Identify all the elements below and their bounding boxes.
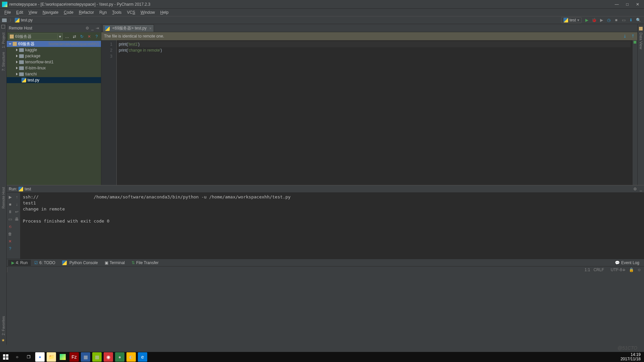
taskbar-app[interactable]: ◐ — [126, 352, 136, 362]
star-icon[interactable]: ★ — [1, 338, 5, 343]
cortana-button[interactable]: ○ — [11, 352, 23, 362]
taskbar-app[interactable]: ● — [115, 352, 124, 362]
update-button[interactable]: ⬇ — [628, 17, 634, 23]
stop-button[interactable]: ■ — [613, 17, 619, 23]
expand-icon[interactable] — [16, 61, 18, 63]
down-button[interactable]: ↓ — [14, 201, 20, 207]
close-button[interactable]: ✕ — [7, 238, 13, 244]
exit-button[interactable]: ⎋ — [7, 224, 13, 230]
layout-button[interactable]: ▭ — [621, 17, 627, 23]
menu-navigate[interactable]: Navigate — [40, 9, 61, 15]
tree-folder[interactable]: tianchi — [7, 71, 101, 77]
breadcrumb-file[interactable]: test.py — [21, 18, 33, 22]
expand-icon[interactable] — [16, 55, 18, 57]
taskbar-clock[interactable]: 14:19 2017/11/18 — [617, 353, 644, 361]
diff-tool-icon[interactable]: ⇄ — [71, 34, 77, 39]
up-button[interactable]: ↑ — [14, 194, 20, 200]
server-selector[interactable]: 69服务器 ▾ — [8, 33, 63, 40]
tab-run[interactable]: ▶4: Run — [8, 260, 31, 266]
code-text[interactable]: print('test1')print('change in remote') — [117, 40, 633, 185]
menu-help[interactable]: Help — [158, 9, 171, 15]
tree-folder[interactable]: tf-lstm-linux — [7, 65, 101, 71]
layout-button[interactable]: ▭ — [7, 216, 13, 222]
panel-settings-icon[interactable]: ⚙ — [633, 187, 637, 191]
taskbar-app[interactable]: ◉ — [104, 352, 113, 362]
menu-tools[interactable]: Tools — [110, 9, 124, 15]
panel-hide-icon[interactable]: ⎯ — [91, 26, 94, 31]
project-tool-label[interactable]: 1: Project — [1, 33, 5, 48]
tree-folder[interactable]: package — [7, 53, 101, 59]
tab-close-icon[interactable]: × — [149, 26, 152, 31]
tab-todo[interactable]: ☑6: TODO — [31, 260, 59, 266]
panel-collapse-icon[interactable]: ⇥ — [96, 26, 99, 31]
panel-settings-icon[interactable]: ⚙ — [86, 26, 89, 31]
pause-button[interactable]: ⏸ — [7, 209, 13, 215]
menu-code[interactable]: Code — [61, 9, 76, 15]
dots-tool-icon[interactable]: … — [64, 34, 70, 39]
inspections-icon[interactable]: ☺ — [637, 267, 641, 272]
menu-run[interactable]: Run — [97, 9, 109, 15]
taskbar-explorer[interactable]: 📁 — [47, 352, 56, 362]
taskbar-chrome[interactable]: ● — [35, 352, 45, 362]
softwrap-button[interactable]: ↩ — [14, 209, 20, 215]
tree-file-selected[interactable]: test.py — [7, 77, 101, 83]
editor-tab[interactable]: <69服务器> test.py × — [103, 24, 154, 32]
editor-scroll[interactable] — [633, 40, 637, 185]
start-button[interactable] — [0, 352, 11, 362]
taskview-button[interactable]: ❐ — [23, 352, 34, 362]
menu-view[interactable]: View — [26, 9, 40, 15]
taskbar-edge[interactable]: e — [138, 352, 147, 362]
expand-icon[interactable] — [9, 43, 11, 45]
debug-button[interactable]: 🐞 — [591, 17, 597, 23]
run-button[interactable]: ▶ — [584, 17, 590, 23]
menu-refactor[interactable]: Refactor — [76, 9, 96, 15]
profile-button[interactable]: ◷ — [606, 17, 612, 23]
structure-tool-label[interactable]: 7: Structure — [1, 52, 5, 71]
help-icon[interactable]: ? — [94, 34, 100, 39]
maximize-button[interactable]: □ — [626, 2, 629, 7]
line-separator[interactable]: CRLF — [593, 267, 604, 272]
tree-folder[interactable]: kaggle — [7, 47, 101, 53]
caret-position[interactable]: 1:1 — [585, 267, 590, 272]
upload-icon[interactable]: ⤒ — [631, 34, 635, 39]
tab-python-console[interactable]: Python Console — [59, 260, 101, 266]
dataview-tool-label[interactable]: Data View — [639, 33, 643, 49]
trash-button[interactable]: 🗑 — [7, 231, 13, 237]
menu-edit[interactable]: Edit — [14, 9, 25, 15]
minimize-button[interactable]: — — [615, 2, 619, 7]
tab-terminal[interactable]: ▣Terminal — [101, 260, 128, 266]
taskbar-app[interactable]: ▦ — [92, 352, 102, 362]
favorites-tool-label[interactable]: 2: Favorites — [1, 316, 5, 335]
expand-icon[interactable] — [16, 49, 18, 51]
menu-vcs[interactable]: VCS — [124, 9, 138, 15]
print-button[interactable]: 🖶 — [14, 216, 20, 222]
help-button[interactable]: ? — [7, 246, 13, 252]
remotehost-tool-label[interactable]: Remote Host — [1, 187, 5, 208]
close-button[interactable]: ✕ — [636, 2, 639, 7]
search-button[interactable]: 🔍 — [635, 17, 641, 23]
panel-hide-icon[interactable]: ⎯ — [640, 187, 642, 191]
taskbar-app[interactable]: ▦ — [81, 352, 90, 362]
tab-event-log[interactable]: 💬Event Log — [611, 260, 643, 266]
tab-file-transfer[interactable]: ⇅File Transfer — [128, 260, 162, 266]
disconnect-icon[interactable]: ✕ — [86, 34, 92, 39]
run-coverage-button[interactable]: ▶ — [598, 17, 604, 23]
code-editor[interactable]: 1 2 3 print('test1')print('change in rem… — [101, 40, 637, 185]
dataview-tool-icon[interactable] — [639, 27, 643, 31]
file-encoding[interactable]: UTF-8≑ — [607, 267, 626, 272]
remote-file-tree[interactable]: 69服务器 home/amax/workspacexhh/) kaggle pa… — [7, 41, 101, 185]
menu-file[interactable]: File — [2, 9, 13, 15]
expand-icon[interactable] — [16, 67, 18, 69]
taskbar-pycharm[interactable] — [58, 352, 67, 362]
refresh-icon[interactable]: ↻ — [79, 34, 85, 39]
readonly-toggle[interactable]: 🔒 — [629, 267, 634, 272]
project-tool-icon[interactable] — [1, 25, 5, 28]
expand-icon[interactable] — [16, 73, 18, 75]
run-output[interactable]: ssh:// /home/amax/software/anaconda3/bin… — [20, 193, 644, 259]
menu-window[interactable]: Window — [138, 9, 157, 15]
download-icon[interactable]: ⤓ — [623, 34, 627, 39]
taskbar-filezilla[interactable]: Fz — [69, 352, 79, 362]
tree-root[interactable]: 69服务器 home/amax/workspacexhh/) — [7, 41, 101, 47]
tree-folder[interactable]: tensorflow-test1 — [7, 59, 101, 65]
run-config-selector[interactable]: test ▾ — [561, 17, 582, 23]
